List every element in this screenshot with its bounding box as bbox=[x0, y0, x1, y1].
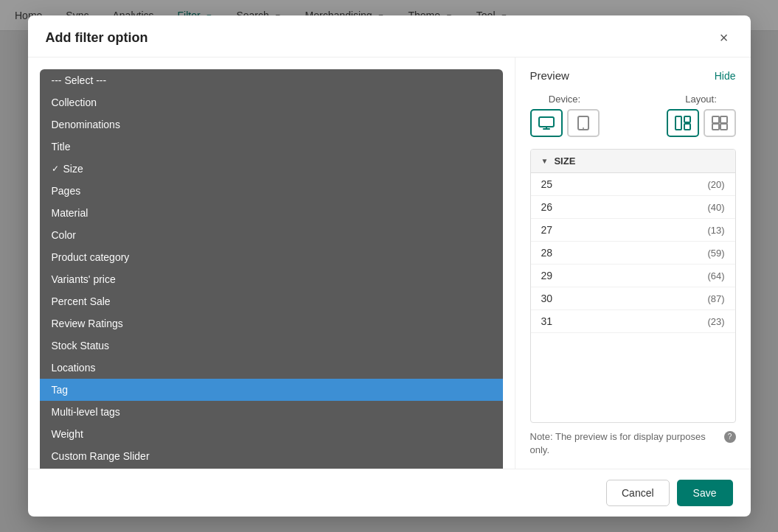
option-product-category[interactable]: Product category bbox=[40, 246, 503, 268]
note-text: Note: The preview is for display purpose… bbox=[530, 430, 721, 457]
option-variants-price[interactable]: Variants' price bbox=[40, 268, 503, 290]
size-label: 27 bbox=[541, 224, 553, 236]
svg-rect-3 bbox=[675, 116, 681, 130]
size-row-29: 29 (64) bbox=[531, 265, 735, 287]
option-title[interactable]: Title bbox=[40, 136, 503, 158]
size-label: 31 bbox=[541, 315, 553, 327]
size-row-28: 28 (59) bbox=[531, 242, 735, 265]
close-button[interactable]: × bbox=[715, 29, 733, 46]
option-percent-sale[interactable]: Percent Sale bbox=[40, 290, 503, 312]
layout-section: Layout: bbox=[667, 94, 736, 137]
size-count: (23) bbox=[707, 316, 724, 327]
modal-footer: Cancel Save bbox=[28, 469, 751, 517]
device-label: Device: bbox=[549, 94, 580, 105]
size-label: 25 bbox=[541, 178, 553, 190]
svg-rect-9 bbox=[720, 124, 727, 130]
size-row-27: 27 (13) bbox=[531, 219, 735, 242]
svg-rect-8 bbox=[712, 124, 719, 130]
size-preview-title: SIZE bbox=[554, 155, 575, 167]
size-count: (59) bbox=[707, 248, 724, 259]
size-row-30: 30 (87) bbox=[531, 287, 735, 310]
size-label: 30 bbox=[541, 293, 553, 304]
layout-icon-group bbox=[667, 109, 736, 137]
device-layout-row: Device: Layout: bbox=[530, 94, 736, 137]
option-locations[interactable]: Locations bbox=[40, 357, 503, 379]
right-panel: Preview Hide Device: bbox=[515, 57, 751, 469]
size-preview-box: ▼ SIZE 25 (20) 26 (40) 27 bbox=[530, 149, 736, 423]
modal-title: Add filter option bbox=[46, 30, 148, 46]
collapse-icon: ▼ bbox=[541, 157, 549, 165]
size-label: 29 bbox=[541, 270, 553, 281]
device-desktop-button[interactable] bbox=[530, 109, 563, 137]
option-pages[interactable]: Pages bbox=[40, 180, 503, 202]
layout-option1-button[interactable] bbox=[667, 109, 699, 137]
size-label: 28 bbox=[541, 247, 553, 259]
option-color[interactable]: Color bbox=[40, 224, 503, 246]
option-size[interactable]: ✓ Size bbox=[40, 158, 503, 180]
option-denominations[interactable]: Denominations bbox=[40, 113, 503, 136]
option-material[interactable]: Material bbox=[40, 202, 503, 224]
cancel-button[interactable]: Cancel bbox=[606, 480, 670, 506]
size-count: (64) bbox=[707, 270, 724, 281]
option-select[interactable]: --- Select --- bbox=[40, 69, 503, 91]
save-button[interactable]: Save bbox=[677, 480, 733, 506]
svg-rect-0 bbox=[539, 117, 554, 127]
preview-header: Preview Hide bbox=[530, 69, 736, 82]
svg-point-2 bbox=[583, 127, 584, 129]
hide-link[interactable]: Hide bbox=[715, 70, 736, 82]
modal-body: --- Select --- Collection Denominations … bbox=[28, 57, 751, 469]
device-tablet-button[interactable] bbox=[567, 109, 600, 137]
preview-title: Preview bbox=[530, 69, 569, 82]
option-custom-range-slider[interactable]: Custom Range Slider bbox=[40, 445, 503, 467]
layout-label: Layout: bbox=[685, 94, 717, 105]
size-count: (13) bbox=[707, 225, 724, 236]
option-collection[interactable]: Collection bbox=[40, 91, 503, 113]
size-label: 26 bbox=[541, 201, 553, 213]
layout-option2-button[interactable] bbox=[704, 109, 736, 137]
device-icon-group bbox=[530, 109, 600, 137]
device-section: Device: bbox=[530, 94, 600, 137]
option-tag[interactable]: Tag bbox=[40, 379, 503, 401]
filter-option-list: --- Select --- Collection Denominations … bbox=[40, 69, 503, 469]
preview-note: Note: The preview is for display purpose… bbox=[530, 430, 736, 457]
size-row-26: 26 (40) bbox=[531, 196, 735, 219]
left-panel: --- Select --- Collection Denominations … bbox=[28, 57, 515, 469]
size-preview-body: 25 (20) 26 (40) 27 (13) 28 bbox=[531, 173, 735, 333]
size-count: (20) bbox=[707, 179, 724, 190]
size-preview-header: ▼ SIZE bbox=[531, 150, 735, 173]
option-review-ratings[interactable]: Review Ratings bbox=[40, 312, 503, 335]
svg-rect-6 bbox=[712, 116, 719, 123]
size-count: (87) bbox=[707, 293, 724, 304]
modal-overlay: Add filter option × --- Select --- Colle… bbox=[0, 0, 778, 532]
option-stock-status[interactable]: Stock Status bbox=[40, 335, 503, 357]
modal-header: Add filter option × bbox=[28, 15, 751, 57]
svg-rect-5 bbox=[684, 124, 690, 130]
size-count: (40) bbox=[707, 202, 724, 213]
option-weight[interactable]: Weight bbox=[40, 423, 503, 445]
svg-rect-7 bbox=[720, 116, 727, 123]
option-multi-level-tags[interactable]: Multi-level tags bbox=[40, 401, 503, 423]
add-filter-modal: Add filter option × --- Select --- Colle… bbox=[28, 15, 751, 517]
svg-rect-4 bbox=[684, 116, 690, 122]
help-icon[interactable]: ? bbox=[724, 431, 736, 443]
size-row-25: 25 (20) bbox=[531, 173, 735, 196]
size-row-31: 31 (23) bbox=[531, 310, 735, 333]
